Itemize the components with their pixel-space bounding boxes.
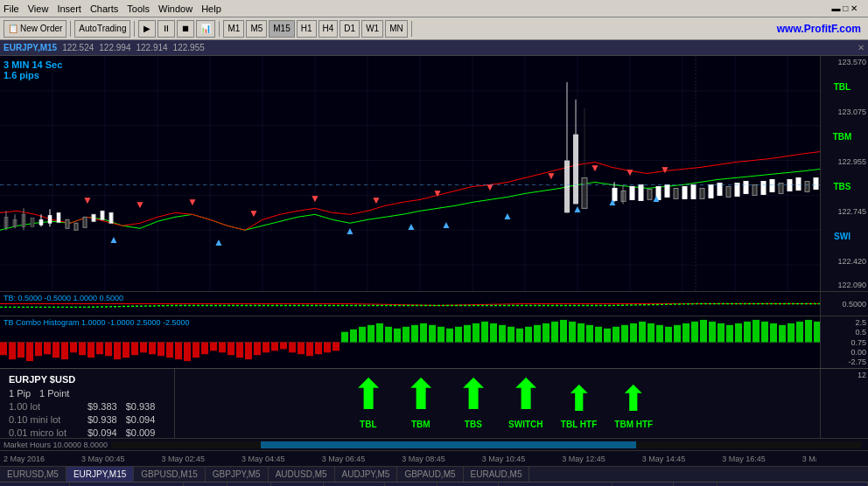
chart-close-btn[interactable]: ✕	[858, 43, 864, 52]
arrow-tbmhtf-icon: ⬆	[619, 381, 648, 416]
svg-rect-162	[578, 323, 584, 343]
new-order-button[interactable]: 📋 New Order	[4, 20, 66, 38]
toolbar-btn-3[interactable]: ⏹	[177, 20, 194, 38]
svg-rect-161	[569, 322, 576, 343]
arrow-tbm-htf: ⬆ TBM HTF	[614, 381, 653, 429]
svg-text:▲: ▲	[345, 225, 355, 237]
chart-close: 122.914	[136, 43, 167, 52]
autotrading-button[interactable]: AutoTrading	[74, 20, 130, 38]
svg-rect-174	[682, 323, 690, 343]
market-hours-label: Market Hours 10.0000 8.0000	[4, 441, 108, 449]
tf-h4[interactable]: H4	[318, 20, 339, 38]
svg-rect-98	[18, 343, 24, 358]
arrow-tblhtf-label: TBL HTF	[561, 420, 597, 429]
menu-window[interactable]: Window	[158, 3, 192, 14]
toolbar-btn-2[interactable]: ⏸	[158, 20, 175, 38]
svg-rect-120	[210, 343, 217, 351]
menu-tools[interactable]: Tools	[127, 3, 150, 14]
svg-rect-166	[612, 327, 620, 343]
svg-rect-156	[525, 327, 532, 343]
chart-timer: 3 MIN 14 Sec	[4, 59, 62, 70]
menu-help[interactable]: Help	[201, 3, 221, 14]
ctab-eurusd[interactable]: EURUSD,M5	[0, 467, 66, 482]
th-close-time: Time	[499, 483, 612, 486]
svg-rect-176	[700, 320, 707, 343]
menu-file[interactable]: File	[4, 3, 19, 14]
time-tick-8: 3 May 14:45	[642, 455, 686, 463]
tf-m5[interactable]: M5	[246, 20, 267, 38]
svg-rect-49	[630, 186, 634, 199]
ctab-eurjpy[interactable]: EURJPY,M15	[66, 467, 134, 482]
arrow-tbs: ⬆ TBS	[456, 374, 491, 429]
ctab-audusd[interactable]: AUDUSD,M5	[269, 467, 335, 482]
th-close-price: Price	[612, 483, 674, 486]
svg-rect-139	[376, 323, 383, 343]
svg-rect-108	[105, 343, 112, 357]
svg-text:▲: ▲	[572, 203, 583, 215]
svg-rect-116	[175, 343, 182, 360]
svg-text:▼: ▼	[546, 170, 556, 182]
svg-rect-68	[796, 177, 801, 190]
tf-h1[interactable]: H1	[297, 20, 317, 38]
tf-mn[interactable]: MN	[385, 20, 408, 38]
svg-text:▲: ▲	[441, 219, 452, 231]
svg-text:▲: ▲	[651, 192, 662, 205]
pip-label-2: 0.10 mini lot	[9, 414, 79, 425]
svg-rect-157	[534, 325, 541, 343]
svg-text:▲: ▲	[607, 196, 618, 208]
svg-rect-24	[31, 218, 34, 226]
svg-rect-177	[709, 322, 716, 343]
ctab-euraud[interactable]: EURAUD,M5	[464, 467, 530, 482]
svg-rect-63	[752, 184, 757, 195]
svg-rect-118	[192, 343, 200, 358]
svg-rect-115	[166, 343, 173, 358]
svg-rect-40	[564, 161, 570, 213]
svg-rect-29	[74, 223, 78, 230]
svg-rect-70	[814, 177, 818, 189]
svg-rect-30	[83, 217, 87, 227]
svg-text:▼: ▼	[248, 207, 259, 219]
svg-rect-56	[691, 184, 696, 198]
arrow-tbm-label: TBM	[411, 420, 430, 429]
svg-rect-169	[639, 322, 646, 343]
tf-m1[interactable]: M1	[223, 20, 244, 38]
pip-row-2: 0.10 mini lot $0.938 $0.094	[9, 414, 165, 425]
svg-text:▼: ▼	[371, 194, 382, 206]
svg-rect-154	[508, 327, 514, 343]
menu-view[interactable]: View	[28, 3, 49, 14]
svg-rect-53	[665, 184, 669, 197]
svg-rect-144	[420, 323, 427, 343]
tf-d1[interactable]: D1	[340, 20, 360, 38]
arrow-tbs-icon: ⬆	[456, 374, 491, 416]
time-tick-1: 3 May 00:45	[81, 455, 125, 463]
chart-title-bar: EURJPY,M15 122.524 122.994 122.914 122.9…	[0, 40, 868, 56]
toolbar-btn-4[interactable]: 📊	[196, 20, 215, 38]
time-axis: 2 May 2016 3 May 00:45 3 May 02:45 3 May…	[0, 451, 868, 467]
svg-rect-133	[324, 343, 331, 353]
ctab-gbpaud[interactable]: GBPAUD,M5	[397, 467, 463, 482]
pip-label-0: 1 Pip	[9, 388, 31, 399]
th-symbol: Symbol	[271, 483, 324, 486]
pip-pair: EURJPY $USD	[9, 374, 165, 385]
time-tick-4: 3 May 06:45	[322, 455, 366, 463]
tf-w1[interactable]: W1	[361, 20, 383, 38]
svg-rect-31	[92, 214, 95, 221]
svg-rect-155	[516, 329, 523, 343]
ctab-audjpy[interactable]: AUDJPY,M5	[335, 467, 398, 482]
svg-rect-151	[481, 322, 488, 343]
ctab-gbpusd[interactable]: GBPUSD,M15	[134, 467, 205, 482]
svg-rect-102	[52, 343, 60, 358]
svg-rect-60	[726, 186, 731, 197]
toolbar-btn-1[interactable]: ▶	[138, 20, 156, 38]
svg-text:▲: ▲	[406, 220, 416, 233]
ctab-gbpjpy[interactable]: GBPJPY,M5	[206, 467, 269, 482]
svg-rect-143	[411, 325, 418, 343]
menu-insert[interactable]: Insert	[57, 3, 81, 14]
svg-rect-106	[88, 343, 94, 358]
tf-m15[interactable]: M15	[269, 20, 294, 38]
th-price: Price	[324, 483, 385, 486]
svg-text:▲: ▲	[108, 233, 119, 246]
market-hours-fill	[261, 441, 635, 448]
main-chart: 3 MIN 14 Sec 1.6 pips	[0, 56, 868, 292]
menu-charts[interactable]: Charts	[90, 3, 118, 14]
